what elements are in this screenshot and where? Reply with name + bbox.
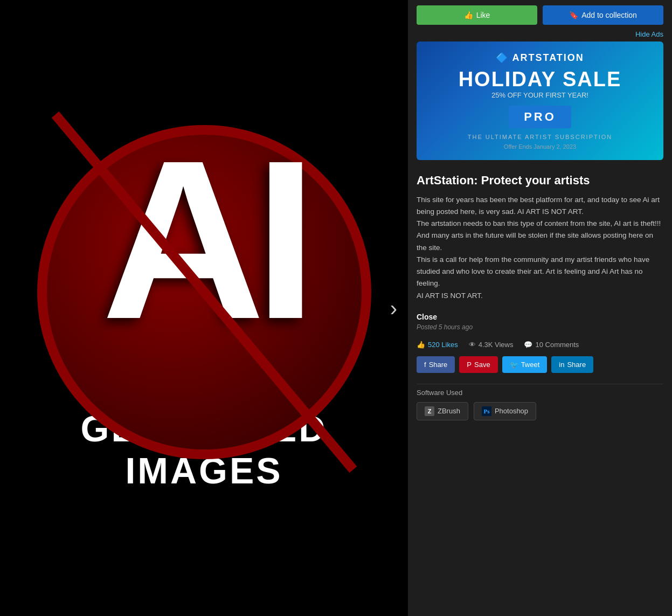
comments-count: 10 Comments: [535, 341, 579, 349]
facebook-share-button[interactable]: f Share: [417, 356, 455, 373]
ad-logo: 🔷 ARTSTATION: [496, 52, 584, 64]
circle-container: AI: [37, 125, 371, 355]
ad-banner[interactable]: 🔷 ARTSTATION HOLIDAY SALE 25% OFF YOUR F…: [417, 41, 663, 160]
post-description: This site for years has been the best pl…: [408, 194, 672, 308]
ad-offer-ends: Offer Ends January 2, 2023: [504, 143, 576, 150]
artwork-panel: AI NO TO AI GENERATED IMAGES ›: [0, 0, 408, 616]
no-ai-graphic: AI NO TO AI GENERATED IMAGES: [32, 125, 377, 492]
comments-stat[interactable]: 💬 10 Comments: [524, 341, 579, 349]
photoshop-label: Photoshop: [495, 407, 528, 415]
hide-ads-link[interactable]: Hide Ads: [408, 30, 672, 41]
description-part-4: AI ART IS NOT ART.: [417, 292, 483, 300]
pinterest-icon: P: [467, 361, 472, 369]
action-buttons-row: 👍 Like 🔖 Add to collection: [408, 0, 672, 30]
share-buttons-row: f Share P Save 🐦 Tweet in Share: [408, 356, 672, 384]
description-part-1: This site for years has been the best pl…: [417, 196, 660, 216]
twitter-share-button[interactable]: 🐦 Tweet: [502, 356, 548, 373]
software-tags: Z ZBrush Ps Photoshop: [417, 402, 663, 420]
artwork-image: AI NO TO AI GENERATED IMAGES: [0, 52, 408, 564]
description-part-2: The artstation needs to ban this type of…: [417, 219, 661, 252]
thumbs-up-icon-small: 👍: [417, 341, 425, 349]
stats-row: 👍 520 Likes 👁 4.3K Views 💬 10 Comments: [408, 338, 672, 356]
close-link[interactable]: Close: [408, 308, 672, 322]
post-title: ArtStation: Protect your artists: [408, 169, 672, 194]
zbrush-label: ZBrush: [438, 407, 460, 415]
like-button[interactable]: 👍 Like: [417, 5, 537, 25]
comment-icon: 💬: [524, 341, 532, 349]
linkedin-icon: in: [559, 361, 564, 369]
software-label: Software Used: [417, 389, 663, 397]
facebook-icon: f: [424, 361, 426, 369]
likes-count: 520 Likes: [428, 341, 458, 349]
description-part-3: This is a call for help from the communi…: [417, 255, 649, 288]
zbrush-tag[interactable]: Z ZBrush: [417, 402, 468, 420]
views-count: 4.3K Views: [479, 341, 514, 349]
like-label: Like: [476, 11, 490, 19]
software-section: Software Used Z ZBrush Ps Photoshop: [408, 384, 672, 429]
photoshop-icon: Ps: [482, 406, 491, 416]
posted-time: Posted 5 hours ago: [408, 322, 672, 338]
tweet-label: Tweet: [521, 361, 540, 369]
linkedin-share-label: Share: [567, 361, 586, 369]
ai-letters: AI: [102, 127, 307, 353]
facebook-share-label: Share: [429, 361, 448, 369]
info-panel: 👍 Like 🔖 Add to collection Hide Ads 🔷 AR…: [408, 0, 672, 616]
thumbs-up-icon: 👍: [464, 11, 473, 19]
add-to-collection-button[interactable]: 🔖 Add to collection: [543, 5, 663, 25]
add-collection-label: Add to collection: [581, 11, 637, 19]
next-arrow[interactable]: ›: [390, 296, 397, 320]
likes-stat[interactable]: 👍 520 Likes: [417, 341, 458, 349]
eye-icon: 👁: [469, 341, 476, 349]
ad-headline: HOLIDAY SALE: [459, 68, 622, 91]
twitter-icon: 🐦: [510, 361, 518, 369]
bookmark-icon: 🔖: [569, 11, 578, 19]
linkedin-share-button[interactable]: in Share: [551, 356, 593, 373]
pinterest-save-button[interactable]: P Save: [459, 356, 497, 373]
ad-discount: 25% OFF YOUR FIRST YEAR!: [491, 91, 588, 99]
save-label: Save: [474, 361, 490, 369]
ad-subtitle: THE ULTIMATE ARTIST SUBSCRIPTION: [468, 134, 613, 140]
zbrush-icon: Z: [425, 406, 434, 416]
views-stat: 👁 4.3K Views: [469, 341, 514, 349]
ad-pro-badge: PRO: [509, 106, 571, 128]
photoshop-tag[interactable]: Ps Photoshop: [474, 402, 536, 420]
